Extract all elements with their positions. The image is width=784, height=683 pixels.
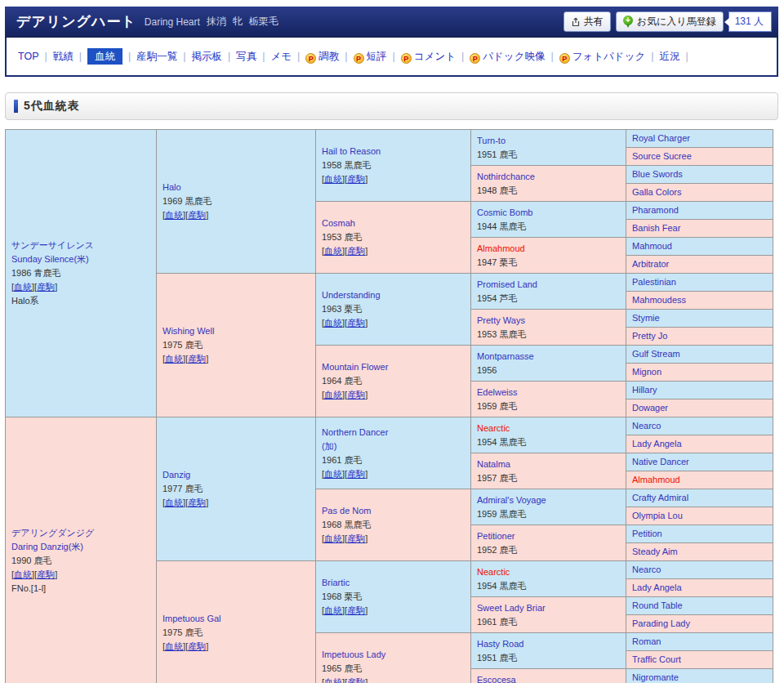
horse-name-link[interactable]: Almahmoud	[632, 475, 680, 484]
blood-link[interactable]: 血統	[324, 605, 342, 615]
blood-link[interactable]: 血統	[324, 318, 342, 328]
offspring-link[interactable]: 産駒	[188, 210, 206, 220]
horse-name-link[interactable]: Blue Swords	[632, 169, 683, 179]
nav-item-近況[interactable]: 近況	[657, 49, 681, 64]
nav-item-短評[interactable]: P短評	[352, 49, 389, 64]
nav-item-掲示板[interactable]: 掲示板	[189, 49, 224, 64]
horse-name-link[interactable]: Pretty Ways	[477, 315, 525, 325]
horse-name-link[interactable]: Petition	[632, 529, 662, 538]
horse-name-link[interactable]: Nigromante	[632, 672, 679, 682]
nav-item-TOP[interactable]: TOP	[16, 49, 40, 64]
blood-link[interactable]: 血統	[165, 210, 183, 220]
offspring-link[interactable]: 産駒	[37, 569, 55, 579]
horse-name-link[interactable]: Petitioner	[477, 531, 514, 541]
nav-item-フォトパドック[interactable]: Pフォトパドック	[558, 49, 648, 64]
favorite-register-button[interactable]: + お気に入り馬登録	[616, 11, 724, 32]
nav-item-コメント[interactable]: Pコメント	[399, 49, 457, 64]
horse-name-link[interactable]: Olympia Lou	[632, 511, 683, 520]
horse-name-link[interactable]: Hail to Reason	[322, 146, 381, 156]
horse-name-link[interactable]: Crafty Admiral	[632, 493, 688, 502]
nav-item-血統[interactable]: 血統	[87, 48, 122, 65]
nav-item-調教[interactable]: P調教	[304, 49, 341, 64]
horse-name-link[interactable]: Nearco	[632, 565, 661, 574]
offspring-link[interactable]: 産駒	[347, 246, 365, 256]
blood-link[interactable]: 血統	[324, 174, 342, 184]
horse-name-link[interactable]: Stymie	[632, 313, 660, 323]
horse-name-link[interactable]: Danzig	[163, 470, 190, 480]
horse-name-link[interactable]: サンデーサイレンス	[11, 240, 94, 250]
blood-link[interactable]: 血統	[14, 282, 32, 292]
horse-name-link[interactable]: Impetuous Gal	[163, 614, 221, 623]
nav-item-写真[interactable]: 写真	[234, 49, 258, 64]
nav-item-パドック映像[interactable]: Pパドック映像	[468, 49, 546, 64]
horse-name-link[interactable]: Mignon	[632, 367, 662, 377]
horse-name-link[interactable]: Banish Fear	[632, 223, 680, 233]
horse-name-link[interactable]: Galla Colors	[632, 187, 682, 197]
blood-link[interactable]: 血統	[324, 469, 342, 479]
horse-name-link[interactable]: Escocesa	[477, 675, 516, 683]
horse-name-link[interactable]: Pas de Nom	[322, 506, 372, 516]
blood-link[interactable]: 血統	[165, 354, 183, 364]
horse-name-link[interactable]: Cosmah	[322, 218, 355, 228]
horse-name-link[interactable]: Nearco	[632, 421, 661, 431]
horse-name-link[interactable]: Native Dancer	[632, 457, 689, 466]
horse-name-link[interactable]: Arbitrator	[632, 259, 669, 269]
horse-name-link[interactable]: Nearctic	[477, 423, 510, 433]
horse-name-link[interactable]: Hillary	[632, 385, 657, 395]
blood-link[interactable]: 血統	[165, 498, 183, 507]
horse-name-link[interactable]: Northern Dancer	[322, 427, 388, 437]
blood-link[interactable]: 血統	[165, 641, 183, 651]
nav-item-メモ[interactable]: メモ	[269, 49, 293, 64]
horse-name-link[interactable]: Pretty Jo	[632, 331, 667, 341]
nav-item-産駒一覧[interactable]: 産駒一覧	[135, 49, 179, 64]
horse-name-link[interactable]: デアリングダンジグ	[11, 528, 94, 538]
horse-name-link[interactable]: Steady Aim	[632, 547, 678, 556]
horse-name-link[interactable]: Halo	[163, 182, 181, 192]
offspring-link[interactable]: 産駒	[347, 469, 365, 479]
horse-name-link[interactable]: Nothirdchance	[477, 172, 535, 181]
horse-name-link[interactable]: Natalma	[477, 459, 510, 469]
horse-name-link[interactable]: Cosmic Bomb	[477, 208, 532, 217]
offspring-link[interactable]: 産駒	[188, 641, 206, 651]
blood-link[interactable]: 血統	[324, 390, 342, 400]
horse-name-link[interactable]: Mountain Flower	[322, 362, 388, 372]
offspring-link[interactable]: 産駒	[347, 533, 365, 543]
horse-name-link[interactable]: Gulf Stream	[632, 349, 680, 359]
offspring-link[interactable]: 産駒	[37, 282, 55, 292]
horse-name-link[interactable]: Wishing Well	[163, 326, 214, 336]
horse-name-link[interactable]: Promised Land	[477, 279, 537, 289]
offspring-link[interactable]: 産駒	[347, 318, 365, 328]
blood-link[interactable]: 血統	[324, 246, 342, 256]
horse-name-link[interactable]: Round Table	[632, 600, 683, 610]
offspring-link[interactable]: 産駒	[347, 677, 365, 683]
offspring-link[interactable]: 産駒	[347, 174, 365, 184]
horse-name-link[interactable]: Traffic Court	[632, 654, 681, 664]
offspring-link[interactable]: 産駒	[347, 390, 365, 400]
horse-name-link[interactable]: Mahmoudess	[632, 295, 686, 305]
horse-name-link[interactable]: Almahmoud	[477, 243, 525, 253]
horse-name-link[interactable]: Briartic	[322, 578, 350, 587]
offspring-link[interactable]: 産駒	[347, 605, 365, 615]
share-button[interactable]: 共有	[564, 11, 611, 32]
horse-name-link[interactable]: Montparnasse	[477, 351, 534, 361]
horse-name-link[interactable]: Pharamond	[632, 205, 679, 215]
horse-name-link[interactable]: Lady Angela	[632, 583, 682, 592]
horse-name-link[interactable]: Roman	[632, 636, 661, 646]
horse-name-link[interactable]: Impetuous Lady	[322, 650, 385, 659]
horse-name-link[interactable]: Source Sucree	[632, 151, 692, 161]
horse-name-link[interactable]: Royal Charger	[632, 133, 690, 143]
horse-name-link[interactable]: Lady Angela	[632, 439, 682, 449]
horse-name-link[interactable]: Parading Lady	[632, 618, 690, 628]
horse-name-link[interactable]: Admiral's Voyage	[477, 495, 546, 505]
horse-name-link[interactable]: Sweet Lady Briar	[477, 603, 546, 613]
blood-link[interactable]: 血統	[324, 533, 342, 543]
horse-name-link[interactable]: Hasty Road	[477, 639, 523, 649]
horse-name-link[interactable]: Dowager	[632, 403, 668, 413]
offspring-link[interactable]: 産駒	[188, 354, 206, 364]
horse-name-link[interactable]: Turn-to	[477, 136, 506, 145]
horse-name-link[interactable]: Understanding	[322, 290, 381, 300]
horse-name-link[interactable]: Palestinian	[632, 277, 676, 287]
horse-name-link[interactable]: Nearctic	[477, 567, 510, 577]
nav-item-戦績[interactable]: 戦績	[51, 49, 75, 64]
blood-link[interactable]: 血統	[14, 569, 32, 579]
